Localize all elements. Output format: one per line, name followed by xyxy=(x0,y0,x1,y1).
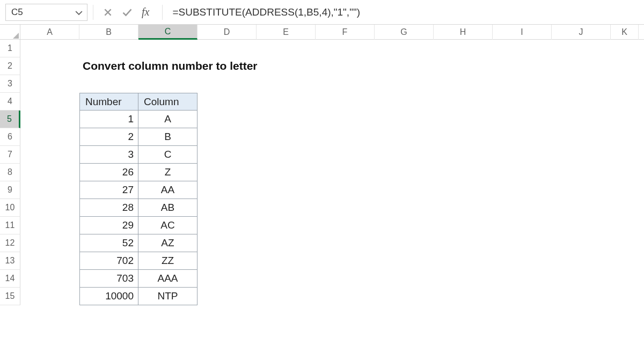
col-header-I[interactable]: I xyxy=(493,25,552,40)
cell-D3[interactable] xyxy=(197,75,257,93)
cell-J12[interactable] xyxy=(552,234,611,252)
cell-E9[interactable] xyxy=(257,181,316,199)
row-header-14[interactable]: 14 xyxy=(0,270,20,288)
col-header-H[interactable]: H xyxy=(434,25,493,40)
cell-E7[interactable] xyxy=(257,146,316,164)
cell-H14[interactable] xyxy=(434,270,493,288)
cell-J6[interactable] xyxy=(552,128,611,146)
row-header-10[interactable]: 10 xyxy=(0,199,20,217)
cell-F15[interactable] xyxy=(316,288,375,305)
formula-input[interactable] xyxy=(168,4,644,21)
cell-B12[interactable]: 52 xyxy=(79,234,138,252)
cell-K5[interactable] xyxy=(611,111,639,128)
cell-F4[interactable] xyxy=(316,93,375,111)
cell-E12[interactable] xyxy=(257,234,316,252)
cell-H9[interactable] xyxy=(434,181,493,199)
cell-H11[interactable] xyxy=(434,217,493,234)
cell-C15[interactable]: NTP xyxy=(138,288,197,305)
cell-E5[interactable] xyxy=(257,111,316,128)
cell-B4[interactable]: Number xyxy=(79,93,138,111)
cell-B11[interactable]: 29 xyxy=(79,217,138,234)
cell-H5[interactable] xyxy=(434,111,493,128)
cell-K9[interactable] xyxy=(611,181,639,199)
cell-H8[interactable] xyxy=(434,164,493,181)
name-box[interactable]: C5 xyxy=(5,4,87,21)
cell-A12[interactable] xyxy=(20,234,79,252)
cell-C6[interactable]: B xyxy=(138,128,197,146)
fx-icon[interactable]: fx xyxy=(141,6,152,18)
cell-A5[interactable] xyxy=(20,111,79,128)
cell-A6[interactable] xyxy=(20,128,79,146)
cell-K10[interactable] xyxy=(611,199,639,217)
cell-I13[interactable] xyxy=(493,252,552,270)
cell-D10[interactable] xyxy=(197,199,257,217)
col-header-C[interactable]: C xyxy=(138,25,197,40)
cell-B3[interactable] xyxy=(79,75,138,93)
cell-D11[interactable] xyxy=(197,217,257,234)
cell-H6[interactable] xyxy=(434,128,493,146)
cell-J8[interactable] xyxy=(552,164,611,181)
cell-F14[interactable] xyxy=(316,270,375,288)
select-all-button[interactable] xyxy=(0,25,20,40)
cell-C1[interactable] xyxy=(138,40,197,57)
cell-G8[interactable] xyxy=(375,164,434,181)
cell-F3[interactable] xyxy=(316,75,375,93)
cell-C12[interactable]: AZ xyxy=(138,234,197,252)
cell-F11[interactable] xyxy=(316,217,375,234)
cell-A11[interactable] xyxy=(20,217,79,234)
cell-J5[interactable] xyxy=(552,111,611,128)
cell-D1[interactable] xyxy=(197,40,257,57)
cell-I5[interactable] xyxy=(493,111,552,128)
cell-F1[interactable] xyxy=(316,40,375,57)
cell-H3[interactable] xyxy=(434,75,493,93)
cell-G2[interactable] xyxy=(375,57,434,75)
cell-I11[interactable] xyxy=(493,217,552,234)
cell-E13[interactable] xyxy=(257,252,316,270)
cell-D9[interactable] xyxy=(197,181,257,199)
cell-G7[interactable] xyxy=(375,146,434,164)
col-header-G[interactable]: G xyxy=(375,25,434,40)
cell-C10[interactable]: AB xyxy=(138,199,197,217)
cell-D4[interactable] xyxy=(197,93,257,111)
cell-C3[interactable] xyxy=(138,75,197,93)
cell-G1[interactable] xyxy=(375,40,434,57)
row-header-9[interactable]: 9 xyxy=(0,181,20,199)
row-header-6[interactable]: 6 xyxy=(0,128,20,146)
cell-B15[interactable]: 10000 xyxy=(79,288,138,305)
cell-H12[interactable] xyxy=(434,234,493,252)
cell-G12[interactable] xyxy=(375,234,434,252)
cell-G10[interactable] xyxy=(375,199,434,217)
cell-F7[interactable] xyxy=(316,146,375,164)
cell-G13[interactable] xyxy=(375,252,434,270)
cell-G3[interactable] xyxy=(375,75,434,93)
col-header-F[interactable]: F xyxy=(316,25,375,40)
cancel-icon[interactable] xyxy=(102,6,114,18)
cell-D6[interactable] xyxy=(197,128,257,146)
cell-K6[interactable] xyxy=(611,128,639,146)
cell-D12[interactable] xyxy=(197,234,257,252)
cell-B9[interactable]: 27 xyxy=(79,181,138,199)
cell-E6[interactable] xyxy=(257,128,316,146)
cell-I6[interactable] xyxy=(493,128,552,146)
cell-F13[interactable] xyxy=(316,252,375,270)
cell-B14[interactable]: 703 xyxy=(79,270,138,288)
cell-J10[interactable] xyxy=(552,199,611,217)
cell-A1[interactable] xyxy=(20,40,79,57)
cell-H7[interactable] xyxy=(434,146,493,164)
cell-K4[interactable] xyxy=(611,93,639,111)
cell-I14[interactable] xyxy=(493,270,552,288)
cell-A8[interactable] xyxy=(20,164,79,181)
cell-F8[interactable] xyxy=(316,164,375,181)
cell-I1[interactable] xyxy=(493,40,552,57)
col-header-E[interactable]: E xyxy=(257,25,316,40)
row-header-8[interactable]: 8 xyxy=(0,164,20,181)
cell-J9[interactable] xyxy=(552,181,611,199)
cell-F5[interactable] xyxy=(316,111,375,128)
cell-C11[interactable]: AC xyxy=(138,217,197,234)
cell-E1[interactable] xyxy=(257,40,316,57)
cell-E10[interactable] xyxy=(257,199,316,217)
cell-J1[interactable] xyxy=(552,40,611,57)
cell-D8[interactable] xyxy=(197,164,257,181)
cell-D15[interactable] xyxy=(197,288,257,305)
cell-F9[interactable] xyxy=(316,181,375,199)
